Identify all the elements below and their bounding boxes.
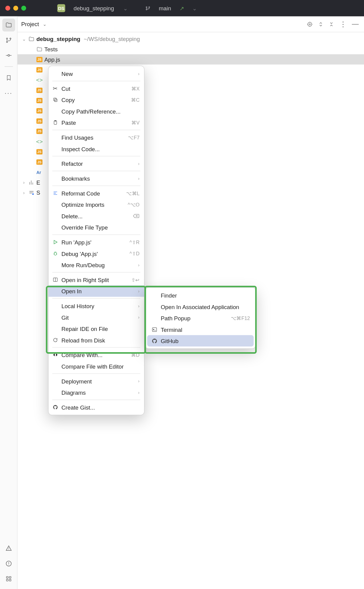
bookmarks-tool-button[interactable] — [2, 71, 15, 84]
ctx-deployment[interactable]: Deployment› — [49, 375, 144, 387]
project-panel-header: Project ⌄ ⋮ — — [18, 16, 364, 32]
submenu-github[interactable]: GitHub — [147, 335, 254, 347]
svg-point-0 — [8, 55, 9, 56]
library-icon — [29, 179, 35, 186]
chevron-right-icon: › — [138, 176, 140, 181]
ctx-bookmarks[interactable]: Bookmarks› — [49, 173, 144, 184]
ctx-copy[interactable]: Copy⌘C — [49, 94, 144, 106]
tree-item-label: App.js — [44, 56, 60, 63]
more-options-icon[interactable]: ⋮ — [338, 18, 348, 30]
ctx-diagrams[interactable]: Diagrams› — [49, 387, 144, 398]
project-tool-button[interactable] — [2, 19, 15, 32]
menu-separator — [52, 373, 140, 374]
tree-item-label: Tests — [44, 46, 58, 52]
js-file-icon: JS — [36, 87, 42, 93]
maximize-window-button[interactable] — [21, 6, 26, 11]
vcs-tool-button[interactable] — [2, 34, 15, 47]
ctx-open-in[interactable]: Open In› — [49, 285, 144, 297]
branch-name[interactable]: main — [159, 5, 171, 11]
tree-root-path: ~/WS/debug_stepping — [84, 36, 140, 42]
tree-item-label: S — [36, 189, 40, 196]
menu-separator — [52, 81, 140, 81]
svg-rect-5 — [9, 577, 11, 578]
ctx-local-history[interactable]: Local History› — [49, 300, 144, 312]
menu-separator — [52, 272, 140, 272]
select-opened-file-icon[interactable] — [305, 19, 314, 29]
js-file-icon: JS — [36, 97, 42, 104]
menu-separator — [52, 347, 140, 348]
reload-icon — [52, 337, 59, 343]
ctx-reformat[interactable]: Reformat Code⌥⌘L — [49, 188, 144, 199]
commit-tool-button[interactable] — [2, 49, 15, 62]
ctx-run[interactable]: Run 'App.js'^⇧R — [49, 237, 144, 248]
panel-title[interactable]: Project — [21, 21, 39, 27]
paste-icon — [52, 120, 59, 125]
expand-collapse-icon[interactable] — [317, 19, 325, 29]
push-icon[interactable]: ↗ — [180, 5, 184, 11]
ctx-compare-editor[interactable]: Compare File with Editor — [49, 361, 144, 372]
chevron-down-icon[interactable]: ⌄ — [192, 5, 197, 11]
submenu-finder[interactable]: Finder — [147, 290, 254, 301]
ctx-override-file-type[interactable]: Override File Type — [49, 222, 144, 233]
ctx-optimize-imports[interactable]: Optimize Imports^⌥O — [49, 199, 144, 210]
ctx-new[interactable]: New› — [49, 68, 144, 80]
folder-icon — [29, 36, 35, 42]
tree-folder-tests[interactable]: Tests — [18, 44, 364, 54]
project-name[interactable]: debug_stepping — [74, 5, 114, 11]
ctx-open-split[interactable]: Open in Right Split⇧↩ — [49, 274, 144, 286]
ctx-more-run-debug[interactable]: More Run/Debug› — [49, 259, 144, 271]
svg-point-8 — [308, 22, 312, 26]
ctx-create-gist[interactable]: Create Gist... — [49, 402, 144, 413]
js-file-icon: JS — [36, 118, 42, 124]
ctx-git[interactable]: Git› — [49, 312, 144, 323]
copy-icon — [52, 97, 59, 103]
tree-root-name: debug_stepping — [36, 36, 80, 42]
chevron-right-icon: › — [138, 303, 140, 309]
folder-icon — [36, 46, 42, 52]
services-button[interactable] — [2, 572, 15, 585]
submenu-terminal[interactable]: Terminal — [147, 324, 254, 335]
open-in-submenu: Finder Open In Associated Application Pa… — [145, 287, 256, 349]
hide-panel-icon[interactable]: — — [350, 19, 360, 29]
svg-point-3 — [8, 565, 9, 565]
chevron-right-icon[interactable]: › — [21, 190, 27, 196]
menu-separator — [52, 171, 140, 171]
ctx-delete[interactable]: Delete... — [49, 210, 144, 222]
scratch-icon — [29, 189, 35, 196]
ctx-repair-ide[interactable]: Repair IDE on File — [49, 323, 144, 335]
github-icon — [151, 338, 158, 344]
chevron-right-icon[interactable]: › — [21, 180, 27, 185]
ctx-refactor[interactable]: Refactor› — [49, 158, 144, 169]
minimize-window-button[interactable] — [13, 6, 18, 11]
collapse-all-icon[interactable] — [327, 19, 336, 29]
menu-separator — [52, 156, 140, 156]
traffic-lights — [5, 6, 26, 11]
menu-separator — [52, 235, 140, 235]
close-window-button[interactable] — [5, 6, 10, 11]
menu-separator — [52, 130, 140, 130]
tree-root[interactable]: ⌄ debug_stepping ~/WS/debug_stepping — [18, 34, 364, 44]
chevron-right-icon: › — [138, 378, 140, 384]
chevron-down-icon[interactable]: ⌄ — [123, 5, 128, 11]
chevron-down-icon[interactable]: ⌄ — [41, 20, 48, 29]
js-file-icon: JS — [36, 107, 42, 114]
more-tool-button[interactable]: ··· — [2, 87, 15, 100]
ctx-compare-with[interactable]: Compare With...⌘D — [49, 349, 144, 361]
ctx-find-usages[interactable]: Find Usages⌥F7 — [49, 132, 144, 143]
js-file-icon: JS — [36, 148, 42, 155]
run-icon — [52, 240, 59, 245]
notifications-button[interactable] — [2, 542, 15, 555]
submenu-associated-app[interactable]: Open In Associated Application — [147, 301, 254, 312]
tree-file-app-js[interactable]: JS App.js — [18, 54, 364, 65]
ctx-inspect-code[interactable]: Inspect Code... — [49, 143, 144, 155]
ctx-cut[interactable]: ✂Cut⌘X — [49, 83, 144, 94]
submenu-path-popup[interactable]: Path Popup⌥⌘F12 — [147, 312, 254, 324]
ctx-reload-from-disk[interactable]: Reload from Disk — [49, 334, 144, 346]
problems-button[interactable] — [2, 557, 15, 570]
ctx-paste[interactable]: Paste⌘V — [49, 117, 144, 128]
chevron-down-icon[interactable]: ⌄ — [21, 36, 27, 42]
svg-rect-6 — [6, 579, 8, 581]
svg-rect-7 — [9, 579, 11, 581]
ctx-copy-path[interactable]: Copy Path/Reference... — [49, 106, 144, 117]
ctx-debug[interactable]: Debug 'App.js'^⇧D — [49, 248, 144, 259]
